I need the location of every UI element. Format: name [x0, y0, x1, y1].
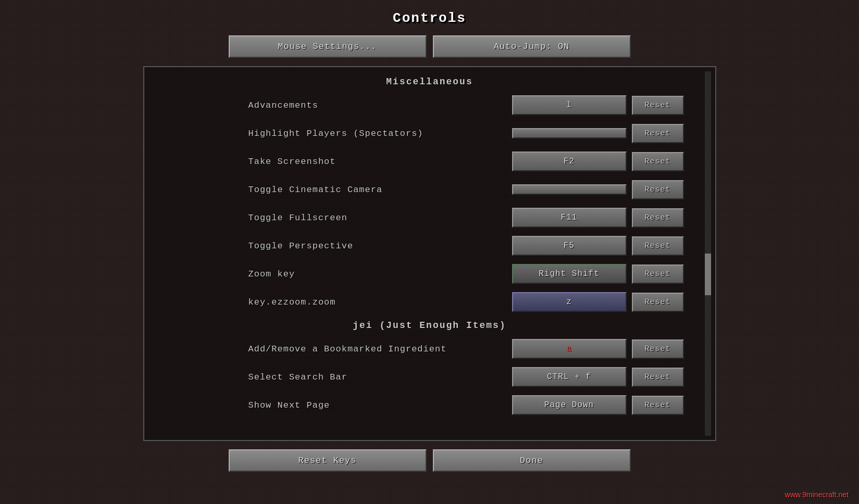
binding-label: Advancements — [248, 100, 512, 110]
reset-button-zoom[interactable]: Reset — [632, 264, 684, 284]
reset-button-cinematic[interactable]: Reset — [632, 180, 684, 199]
binding-label: Show Next Page — [248, 400, 512, 410]
key-button-zoom[interactable]: Right Shift — [512, 264, 627, 284]
controls-scroll-area: Miscellaneous Advancements l Reset Highl… — [143, 66, 716, 441]
binding-row-perspective: Toggle Perspective F5 Reset — [144, 232, 715, 260]
top-button-group: Mouse Settings... Auto-Jump: ON — [143, 35, 716, 58]
key-button-perspective[interactable]: F5 — [512, 236, 627, 256]
binding-row-screenshot: Take Screenshot F2 Reset — [144, 147, 715, 175]
binding-row-fullscreen: Toggle Fullscreen F11 Reset — [144, 204, 715, 232]
watermark-brand: 9minecraft — [802, 490, 836, 499]
binding-row-zoom: Zoom key Right Shift Reset — [144, 260, 715, 288]
key-button-search[interactable]: CTRL + f — [512, 367, 627, 387]
reset-button-fullscreen[interactable]: Reset — [632, 208, 684, 228]
key-button-screenshot[interactable]: F2 — [512, 152, 627, 171]
binding-row-next-page: Show Next Page Page Down Reset — [144, 391, 715, 419]
bottom-button-group: Reset Keys Done — [143, 449, 716, 472]
key-button-bookmark[interactable]: a — [512, 339, 627, 359]
scrollbar[interactable] — [705, 71, 711, 436]
mouse-settings-button[interactable]: Mouse Settings... — [229, 35, 427, 58]
reset-button-advancements[interactable]: Reset — [632, 96, 684, 115]
binding-label: Add/Remove a Bookmarked Ingredient — [248, 344, 512, 354]
section-header-misc: Miscellaneous — [144, 72, 715, 91]
watermark-suffix: .net — [837, 490, 849, 499]
binding-row-search: Select Search Bar CTRL + f Reset — [144, 363, 715, 391]
binding-label: Zoom key — [248, 269, 512, 279]
binding-row-advancements: Advancements l Reset — [144, 91, 715, 119]
binding-row-ezzoom: key.ezzoom.zoom z Reset — [144, 288, 715, 316]
key-button-cinematic[interactable] — [512, 184, 627, 195]
binding-label: Take Screenshot — [248, 157, 512, 167]
reset-button-perspective[interactable]: Reset — [632, 236, 684, 256]
key-button-next-page[interactable]: Page Down — [512, 395, 627, 415]
reset-button-ezzoom[interactable]: Reset — [632, 293, 684, 312]
key-button-ezzoom[interactable]: z — [512, 292, 627, 312]
section-header-jei: jei (Just Enough Items) — [144, 316, 715, 335]
page-title: Controls — [143, 10, 716, 26]
binding-label: Highlight Players (Spectators) — [248, 129, 512, 138]
watermark-prefix: www. — [785, 490, 802, 499]
binding-row-bookmark: Add/Remove a Bookmarked Ingredient a Res… — [144, 335, 715, 363]
binding-label: Toggle Perspective — [248, 241, 512, 251]
reset-button-bookmark[interactable]: Reset — [632, 339, 684, 359]
binding-label: key.ezzoom.zoom — [248, 297, 512, 307]
reset-keys-button[interactable]: Reset Keys — [229, 449, 427, 472]
key-button-advancements[interactable]: l — [512, 95, 627, 115]
reset-button-next-page[interactable]: Reset — [632, 396, 684, 415]
reset-button-highlight-players[interactable]: Reset — [632, 124, 684, 143]
binding-row-cinematic: Toggle Cinematic Camera Reset — [144, 175, 715, 204]
binding-label: Toggle Cinematic Camera — [248, 185, 512, 195]
binding-label: Select Search Bar — [248, 372, 512, 382]
done-button[interactable]: Done — [433, 449, 631, 472]
watermark: www.9minecraft.net — [785, 490, 849, 499]
key-button-fullscreen[interactable]: F11 — [512, 208, 627, 228]
key-button-highlight-players[interactable] — [512, 128, 627, 138]
scrollbar-thumb[interactable] — [705, 254, 711, 295]
reset-button-screenshot[interactable]: Reset — [632, 152, 684, 171]
binding-row-highlight-players: Highlight Players (Spectators) Reset — [144, 119, 715, 147]
auto-jump-button[interactable]: Auto-Jump: ON — [433, 35, 631, 58]
reset-button-search[interactable]: Reset — [632, 368, 684, 387]
binding-label: Toggle Fullscreen — [248, 213, 512, 223]
